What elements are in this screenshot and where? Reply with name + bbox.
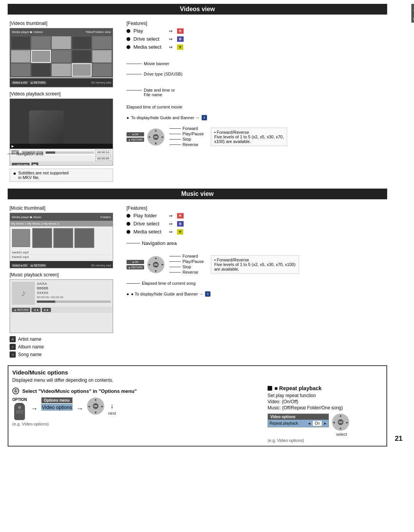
folder-4[interactable]	[74, 228, 94, 248]
dpad-music[interactable]: ▲ ▼ ◄ ► OK	[147, 256, 164, 273]
bullet-media	[127, 45, 130, 49]
bullet-music-media	[127, 230, 130, 234]
feature-drive-select: Drive select ⇒ B	[127, 36, 385, 42]
options-left: ① Select "Video/Music options" in "Optio…	[12, 385, 260, 443]
album-label: Album name	[18, 344, 44, 350]
page-number: 21	[395, 435, 402, 443]
music-prev-btn[interactable]: ◄◄	[31, 308, 41, 312]
music-features-list: Play folder ⇒ R Drive select ⇒ B M	[127, 213, 385, 235]
feature-music-media-label: Media select	[133, 229, 164, 235]
remote-icon	[14, 403, 25, 420]
vo-arrow-left: ◄	[307, 422, 311, 425]
dpad-ok[interactable]: OK	[153, 134, 159, 140]
elapsed-text: Elapsed time of current movie	[127, 105, 182, 109]
elapsed-song-text: Elapsed time of current song	[142, 281, 196, 286]
bullet-guide: ●	[127, 115, 129, 120]
ok-btn[interactable]: ● OK	[127, 132, 144, 136]
sel-dpad-left[interactable]: ◄	[332, 420, 335, 424]
folder-3[interactable]	[53, 228, 73, 248]
music-dpad-ok[interactable]: OK	[153, 262, 159, 268]
options-right: ■ Repeat playback Set play repeat functi…	[268, 385, 383, 443]
music-thumbnail-box: Media player ▶ Music Folders My Music 1 …	[10, 213, 113, 268]
sel-dpad-down[interactable]: ▼	[339, 427, 342, 430]
artist-label-row: A Artist name	[10, 336, 121, 342]
videos-callouts: Movie banner Drive type (SD/USB) Date an…	[127, 61, 385, 120]
opts-dpad-left[interactable]: ◄	[87, 404, 90, 408]
dpad-videos[interactable]: ▲ ▼ ◄ ► OK	[147, 128, 164, 146]
sel-dpad-up[interactable]: ▲	[339, 414, 342, 417]
music-right-col: [Features] Play folder ⇒ R Drive select	[127, 205, 385, 359]
music-info-icon: i	[205, 291, 210, 297]
controls-labels: Forward Play/Pause Stop	[169, 126, 204, 148]
music-next-btn[interactable]: ►►	[42, 308, 51, 312]
options-description: Displayed menu will differ depending on …	[12, 378, 383, 383]
feature-media-label: Media select	[133, 44, 164, 50]
options-menu-selected-item: Video options	[41, 404, 72, 410]
dpad-left[interactable]: ◄	[148, 135, 151, 139]
music-section-header: Music view	[8, 189, 387, 199]
options-content: ① Select "Video/Music options" in "Optio…	[12, 385, 383, 443]
music-pb-info: AA/AA BBBBB XXXXX 00:00:05 / 00:00:49	[37, 282, 111, 305]
opts-dpad-right[interactable]: ►	[101, 404, 104, 408]
music-forward-reverse-note: • Forward/Reverse Five levels of 1 to 5 …	[211, 255, 299, 274]
music-return-btn-remote[interactable]: ▲ RETURN	[127, 265, 144, 269]
arrow-drive: ⇒	[169, 36, 172, 42]
folder-1[interactable]	[11, 228, 31, 248]
nav-icon: ▶	[12, 144, 14, 148]
repeat-desc1: Set play repeat function	[268, 393, 383, 398]
sel-dpad-right[interactable]: ►	[346, 420, 349, 424]
folder-2[interactable]	[32, 228, 52, 248]
arrow-music-drive: ⇒	[169, 221, 172, 227]
music-dpad-left[interactable]: ◄	[148, 263, 151, 266]
repeat-desc3: Music: (Off/Repeat Folder/One song)	[268, 405, 383, 410]
media-labels-list: A Artist name ♪ Album name ♫ Song name	[10, 336, 121, 358]
video-options-repeat-row: Repeat playback ◄ On ►	[268, 420, 329, 427]
player-video-area: ▶	[10, 99, 113, 149]
music-dpad-right[interactable]: ►	[161, 263, 164, 266]
elapsed-box: 00:00:10	[95, 150, 111, 155]
artist-icon: A	[10, 336, 16, 342]
feature-music-media-select: Media select ⇒ Y	[127, 229, 385, 235]
drive-type-text: Drive type (SD/USB)	[144, 72, 182, 76]
video-options-right-area: Video options Repeat playback ◄ On ►	[268, 414, 383, 437]
music-ok-btn[interactable]: ● OK	[127, 260, 144, 264]
sidebar-basic-label: Basic	[411, 4, 414, 23]
arrow-next: ↓	[110, 402, 114, 410]
dpad-down[interactable]: ▼	[154, 142, 158, 145]
subtitles-text: Subtitles are not supportedin MKV file.	[18, 171, 68, 180]
guide-banner-callout: ● To display/hide Guide and Banner → i	[127, 115, 385, 120]
feature-play-label: Play	[133, 28, 164, 34]
sel-dpad-ok[interactable]: OK	[338, 419, 343, 425]
album-icon: ♪	[10, 344, 16, 350]
dpad-up[interactable]: ▲	[154, 129, 158, 132]
select-dpad[interactable]: ▲ ▼ ◄ ► OK	[332, 414, 349, 431]
opts-dpad-up[interactable]: ▲	[94, 398, 97, 401]
song-label: Song name	[18, 352, 41, 357]
music-ctrl-buttons: ▲ RETURN ◄◄ ►►	[10, 307, 113, 313]
music-dpad-up[interactable]: ▲	[154, 256, 158, 260]
music-return-btn[interactable]: ▲ RETURN	[12, 308, 30, 312]
music-dpad-down[interactable]: ▼	[154, 269, 158, 273]
eg-video-options-left: (e.g. Video options)	[12, 422, 260, 426]
right-sidebar: Basic Using Media player	[407, 4, 414, 447]
opts-dpad-down[interactable]: ▼	[94, 411, 97, 414]
elapsed-inner: 00:00:05	[95, 156, 111, 161]
nav-diagram: ● OK ▲ RETURN ▲ ▼ ◄ ► OK	[127, 126, 385, 148]
music-note-icon: ♪	[12, 282, 35, 305]
elapsed-song-callout: Elapsed time of current song	[127, 281, 385, 286]
music-thumb-bottom: Select ● OK ▲ RETURN SD memory card	[10, 261, 113, 268]
stop-label: Stop	[182, 137, 191, 141]
music-nav-area-callout: Navigation area	[127, 240, 385, 246]
music-remote-buttons: ● OK ▲ RETURN	[127, 260, 144, 269]
return-btn[interactable]: ▲ RETURN	[127, 138, 144, 142]
datetime-text: Date and time orFile name	[144, 88, 175, 97]
dpad-right[interactable]: ►	[161, 135, 164, 139]
music-file-2: track02.mp3	[12, 255, 111, 259]
options-flow-diagram: OPTION → Options men	[12, 397, 260, 420]
playpause-label: Play/Pause	[182, 131, 204, 136]
music-section: Music view [Music thumbnail] Media playe…	[8, 189, 387, 362]
datetime-callout: Date and time orFile name	[127, 88, 385, 97]
opts-dpad-ok[interactable]: OK	[93, 403, 99, 409]
options-dpad[interactable]: ▲ ▼ ◄ ► OK	[87, 397, 104, 415]
btn-red-play: R	[177, 28, 184, 34]
